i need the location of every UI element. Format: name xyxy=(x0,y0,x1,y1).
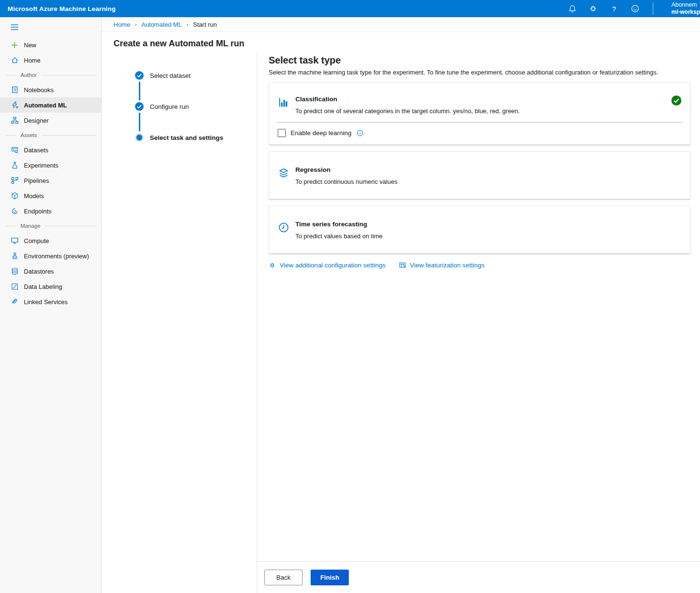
task-description: To predict one of several categories in … xyxy=(295,107,665,115)
sidebar-item-datastores[interactable]: Datastores xyxy=(0,264,101,279)
section-heading: Select task type xyxy=(269,55,690,66)
sidebar-item-label: Notebooks xyxy=(24,86,53,94)
topbar-divider xyxy=(653,2,653,15)
sidebar-item-new[interactable]: New xyxy=(0,37,101,53)
datastores-icon xyxy=(10,267,19,275)
sidebar-item-label: Linked Services xyxy=(24,298,68,306)
topbar-actions: ? Abonnem ml-worksp xyxy=(568,1,700,16)
breadcrumb-home[interactable]: Home xyxy=(114,21,130,28)
view-featurization-settings-link[interactable]: View featurization settings xyxy=(399,262,485,269)
main-area: Home › Automated ML › Start run Create a… xyxy=(102,17,700,593)
back-button[interactable]: Back xyxy=(264,570,303,585)
sidebar-item-label: Automated ML xyxy=(24,102,67,109)
selected-check-icon xyxy=(671,95,681,106)
wizard-step-label: Select dataset xyxy=(150,72,191,79)
models-icon xyxy=(10,192,19,200)
task-title: Regression xyxy=(295,166,681,173)
subscription-name: Abonnem xyxy=(671,1,700,9)
wizard-footer: Back Finish xyxy=(257,561,700,593)
sidebar-item-data-labeling[interactable]: Data Labeling xyxy=(0,279,101,294)
sidebar-item-designer[interactable]: Designer xyxy=(0,113,101,128)
help-icon[interactable]: ? xyxy=(610,4,618,13)
sidebar-item-label: Data Labeling xyxy=(24,283,62,290)
bell-icon[interactable] xyxy=(568,4,576,13)
breadcrumb: Home › Automated ML › Start run xyxy=(102,17,700,32)
link-label: View featurization settings xyxy=(410,262,485,269)
settings-gear-icon[interactable] xyxy=(589,4,597,13)
pipelines-icon xyxy=(10,177,19,185)
step-completed-icon xyxy=(135,102,144,111)
hamburger-menu-button[interactable] xyxy=(0,20,101,34)
breadcrumb-automated-ml[interactable]: Automated ML xyxy=(141,21,182,28)
layers-icon xyxy=(278,167,289,179)
smiley-feedback-icon[interactable] xyxy=(631,4,639,13)
sidebar-item-compute[interactable]: Compute xyxy=(0,233,101,248)
sidebar-item-models[interactable]: Models xyxy=(0,188,101,203)
sidebar-item-automated-ml[interactable]: Automated ML xyxy=(0,97,101,113)
featurization-table-icon xyxy=(399,262,406,269)
account-info[interactable]: Abonnem ml-worksp xyxy=(666,1,700,16)
wizard-step-configure-run[interactable]: Configure run xyxy=(135,102,257,111)
app-title: Microsoft Azure Machine Learning xyxy=(8,5,115,12)
sidebar-section-assets: Assets xyxy=(0,128,101,142)
sidebar-item-label: Compute xyxy=(24,237,49,244)
designer-icon xyxy=(10,116,19,125)
topbar: Microsoft Azure Machine Learning ? xyxy=(0,0,700,17)
wizard-step-select-task[interactable]: Select task and settings xyxy=(135,133,257,142)
enable-deep-learning-checkbox[interactable] xyxy=(278,129,286,137)
clock-icon xyxy=(278,222,289,233)
sidebar-item-label: Endpoints xyxy=(24,208,52,215)
sidebar-item-notebooks[interactable]: Notebooks xyxy=(0,82,101,97)
section-description: Select the machine learning task type fo… xyxy=(269,69,690,76)
sidebar-item-linked-services[interactable]: Linked Services xyxy=(0,294,101,309)
home-icon xyxy=(10,56,19,64)
sidebar-item-endpoints[interactable]: Endpoints xyxy=(0,203,101,219)
wizard-step-label: Configure run xyxy=(150,103,189,110)
step-current-icon xyxy=(135,133,144,142)
task-description: To predict values based on time xyxy=(295,233,681,240)
bar-chart-icon xyxy=(278,96,289,108)
sidebar-item-home[interactable]: Home xyxy=(0,53,101,68)
sidebar-item-datasets[interactable]: Datasets xyxy=(0,142,101,158)
linked-services-icon xyxy=(10,298,19,306)
wizard-connector xyxy=(139,113,140,131)
link-label: View additional configuration settings xyxy=(280,262,386,269)
sidebar-item-pipelines[interactable]: Pipelines xyxy=(0,173,101,188)
sidebar-section-author: Author xyxy=(0,68,101,82)
endpoints-icon xyxy=(10,207,19,215)
task-card-regression[interactable]: Regression To predict continuous numeric… xyxy=(269,151,690,199)
data-labeling-icon xyxy=(10,283,19,291)
workspace-name: ml-worksp xyxy=(671,9,700,16)
view-additional-configuration-link[interactable]: View additional configuration settings xyxy=(269,262,386,269)
sidebar-item-label: Datasets xyxy=(24,147,48,154)
task-type-panel: Select task type Select the machine lear… xyxy=(257,51,700,593)
task-title: Classification xyxy=(295,95,665,103)
breadcrumb-current: Start run xyxy=(193,21,217,28)
task-card-classification[interactable]: Classification To predict one of several… xyxy=(269,83,690,145)
datasets-icon xyxy=(10,146,19,154)
plus-icon xyxy=(10,41,19,49)
wizard-steps: Select dataset Configure run Select task… xyxy=(102,51,257,593)
page-title: Create a new Automated ML run xyxy=(114,39,700,49)
task-title: Time series forecasting xyxy=(295,221,681,228)
sidebar-item-label: Models xyxy=(24,192,44,200)
sidebar-item-environments[interactable]: Environments (preview) xyxy=(0,248,101,264)
environments-icon xyxy=(10,252,19,260)
sidebar-item-label: Pipelines xyxy=(24,177,49,184)
step-completed-icon xyxy=(135,71,144,80)
wizard-step-select-dataset[interactable]: Select dataset xyxy=(135,71,257,80)
task-description: To predict continuous numeric values xyxy=(295,178,681,185)
notebook-icon xyxy=(10,86,19,94)
sidebar: New Home Author Notebooks xyxy=(0,17,102,593)
sidebar-item-experiments[interactable]: Experiments xyxy=(0,158,101,173)
wizard-step-label: Select task and settings xyxy=(150,134,223,141)
task-card-time-series[interactable]: Time series forecasting To predict value… xyxy=(269,206,690,254)
info-icon[interactable] xyxy=(356,129,364,137)
chevron-right-icon: › xyxy=(187,21,188,27)
finish-button[interactable]: Finish xyxy=(311,570,349,585)
experiments-icon xyxy=(10,161,19,169)
sidebar-section-manage: Manage xyxy=(0,219,101,233)
compute-icon xyxy=(10,237,19,245)
sidebar-item-label: Designer xyxy=(24,117,49,124)
page-header: Create a new Automated ML run xyxy=(102,32,700,51)
